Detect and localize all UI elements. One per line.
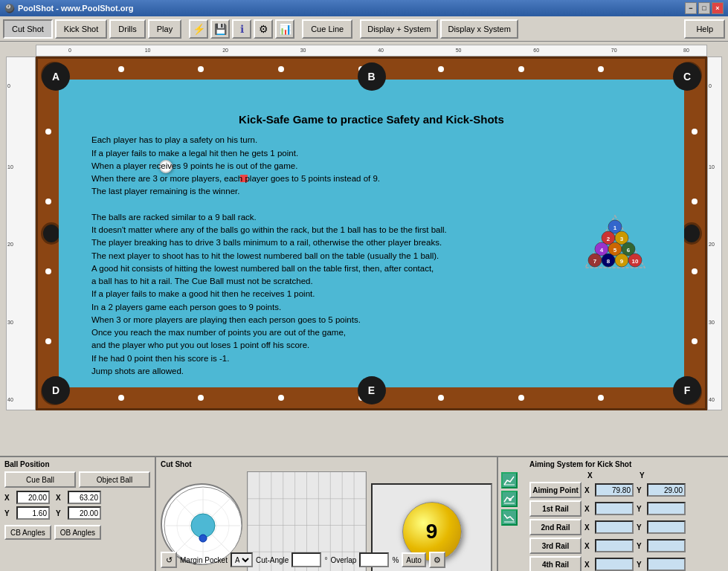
table-line: If a player fails to make a legal hit th… [91, 147, 651, 160]
corner-b-label: B [358, 62, 386, 91]
refresh-icon-button[interactable]: ↺ [161, 552, 177, 568]
diamond [518, 66, 524, 72]
settings-icon-button[interactable]: ⚙ [254, 19, 273, 39]
first-rail-x-input[interactable] [595, 502, 634, 515]
third-rail-button[interactable]: 3rd Rail [529, 538, 582, 554]
table-content: Kick-Safe Game to practice Safety and Ki… [83, 103, 660, 364]
diamond [198, 66, 204, 72]
diamond [692, 199, 698, 204]
ball-position-label: Ball Position [4, 460, 150, 468]
help-button[interactable]: Help [684, 19, 725, 39]
svg-point-29 [199, 535, 207, 542]
corner-d-label: D [42, 376, 70, 404]
display-plus-button[interactable]: Display + System [360, 19, 438, 39]
app-icon: 🎱 [4, 4, 15, 13]
cue-line-button[interactable]: Cue Line [302, 19, 352, 39]
third-rail-x-input[interactable] [595, 539, 634, 552]
table-line [91, 199, 651, 211]
drills-button[interactable]: Drills [109, 19, 145, 39]
fourth-rail-x-input[interactable] [595, 558, 634, 571]
object-ball-button[interactable]: Object Ball [79, 471, 150, 488]
second-rail-x-input[interactable] [595, 520, 634, 534]
aiming-system-section: Aiming System for Kick Shot X Y Aiming P… [525, 457, 728, 571]
maximize-button[interactable]: □ [698, 2, 710, 14]
ob-y-input[interactable] [68, 506, 101, 520]
aiming-point-button[interactable]: Aiming Point [529, 482, 582, 498]
svg-text:4: 4 [600, 247, 604, 254]
overlap-label: Overlap [330, 556, 356, 564]
cb-x-input[interactable] [16, 491, 50, 504]
corner-e-label: E [358, 376, 386, 404]
diamond [118, 66, 124, 72]
table-line: and the player who put you out loses 1 p… [91, 339, 651, 352]
table-lines: Each player has to play a safety on his … [91, 134, 651, 378]
kick-shot-button[interactable]: Kick Shot [55, 19, 107, 39]
degrees-unit: ° [324, 556, 327, 564]
main-area: 0 10 20 30 40 50 60 70 80 0 10 20 30 40 [0, 42, 728, 571]
diamond [45, 338, 51, 344]
ob-angles-button[interactable]: OB Angles [54, 525, 101, 540]
overlap-input[interactable] [359, 552, 389, 567]
title-bar: 🎱 PoolShot - www.PoolShot.org − □ × [0, 0, 728, 16]
ball-rack: 1 2 3 4 5 6 [582, 212, 648, 279]
table-line: A good hit consists of hitting the lowes… [91, 262, 651, 275]
cb-y-label: Y [4, 509, 13, 517]
table-felt: Kick-Safe Game to practice Safety and Ki… [59, 80, 684, 387]
diamond [438, 66, 444, 72]
margin-pocket-label: Margin Pocket [180, 556, 228, 564]
table-line: When there are 3 or more players, each p… [91, 172, 651, 185]
diamond [45, 199, 51, 204]
power-icon-button[interactable]: ⚡ [189, 19, 208, 39]
corner-f-label: F [673, 376, 701, 404]
third-rail-y-input[interactable] [647, 539, 686, 552]
ob-x-label: X [56, 494, 65, 502]
first-rail-button[interactable]: 1st Rail [529, 500, 582, 517]
cut-angle-input[interactable] [291, 552, 321, 567]
x-header: X [587, 471, 595, 480]
pocket-dropdown[interactable]: A B C D [231, 552, 253, 567]
svg-text:8: 8 [607, 258, 611, 265]
y-header: Y [640, 471, 647, 480]
diamond [278, 66, 284, 72]
fourth-rail-button[interactable]: 4th Rail [529, 556, 582, 571]
minimize-button[interactable]: − [685, 2, 697, 14]
graph-mid-icon-button[interactable] [501, 491, 518, 507]
svg-text:3: 3 [620, 236, 624, 242]
first-rail-y-input[interactable] [647, 502, 686, 515]
table-line: Each player has to play a safety on his … [91, 134, 651, 146]
left-ruler: 0 10 20 30 40 [6, 57, 36, 410]
table-line: When 3 or more players are playing then … [91, 314, 651, 326]
second-rail-y-input[interactable] [647, 520, 686, 534]
chart-icon-button[interactable]: 📊 [275, 19, 294, 39]
cb-y-input[interactable] [16, 506, 50, 520]
fourth-rail-y-input[interactable] [647, 558, 686, 571]
info-icon-button[interactable]: ℹ [232, 19, 251, 39]
graph-down-icon-button[interactable] [501, 509, 518, 526]
second-rail-button[interactable]: 2nd Rail [529, 519, 582, 535]
cut-shot-button[interactable]: Cut Shot [3, 19, 53, 39]
svg-text:2: 2 [607, 236, 611, 242]
aiming-point-y-input[interactable] [647, 483, 686, 497]
graph-up-icon-button[interactable] [501, 472, 518, 488]
save-icon-button[interactable]: 💾 [210, 19, 230, 39]
auto-button[interactable]: Auto [402, 552, 426, 567]
close-button[interactable]: × [712, 2, 724, 14]
svg-point-28 [191, 514, 215, 538]
diamond [692, 129, 698, 135]
play-button[interactable]: Play [148, 19, 181, 39]
table-line: If a player fails to make a good hit the… [91, 288, 651, 300]
svg-text:10: 10 [632, 258, 639, 265]
cut-angle-label: Cut-Angle [256, 556, 289, 564]
cb-angles-button[interactable]: CB Angles [4, 525, 51, 540]
diamond [692, 338, 698, 344]
ob-x-input[interactable] [68, 491, 101, 504]
table-line: a ball has to hit a rail. The Cue Ball m… [91, 275, 651, 288]
diamond [278, 395, 284, 401]
aiming-point-x-input[interactable] [595, 483, 634, 497]
display-x-button[interactable]: Display x System [440, 19, 518, 39]
settings-small-icon[interactable]: ⚙ [429, 552, 445, 568]
diamond [198, 395, 204, 401]
cue-ball-button[interactable]: Cue Ball [4, 471, 76, 488]
svg-text:5: 5 [613, 247, 617, 254]
corner-a-label: A [42, 62, 70, 91]
